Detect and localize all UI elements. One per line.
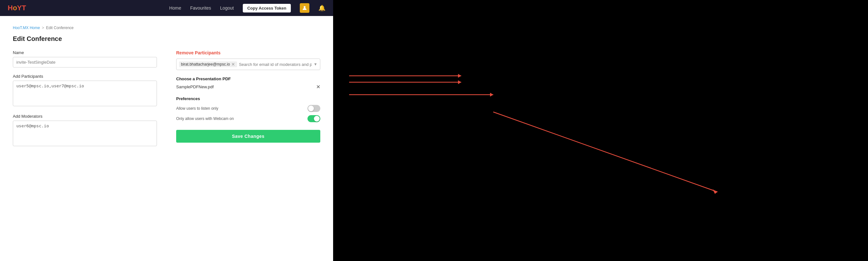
name-field-group: Name: [13, 50, 157, 68]
preferences-title: Preferences: [176, 96, 320, 101]
breadcrumb-home-link[interactable]: HooT.MX Home: [13, 26, 40, 30]
copy-access-token-button[interactable]: Copy Access Token: [243, 4, 291, 12]
save-changes-button[interactable]: Save Changes: [176, 130, 320, 143]
remove-participants-input-wrapper[interactable]: birat.bhattacharjee@mpsc.io ✕ ▼: [176, 59, 320, 70]
breadcrumb: HooT.MX Home > Edit Conference: [13, 26, 320, 30]
notification-bell-icon[interactable]: 🔔: [318, 4, 326, 11]
participant-tag-label: birat.bhattacharjee@mpsc.io: [181, 62, 230, 67]
nav-logout[interactable]: Logout: [220, 5, 234, 10]
svg-line-7: [493, 112, 717, 192]
page-title: Edit Conference: [13, 35, 320, 42]
breadcrumb-current: Edit Conference: [46, 26, 74, 30]
svg-marker-6: [490, 93, 493, 97]
nav-links: Home Favourites Logout Copy Access Token…: [169, 3, 326, 13]
add-participants-field-group: Add Participants user5@mpsc.io,user7@mps…: [13, 74, 157, 108]
logo: HoYT: [8, 4, 26, 12]
name-input[interactable]: [13, 57, 157, 68]
name-label: Name: [13, 50, 157, 55]
add-moderators-field-group: Add Moderators user6@mpsc.io: [13, 114, 157, 147]
breadcrumb-separator: >: [42, 26, 44, 30]
nav-home[interactable]: Home: [169, 5, 181, 10]
pdf-section-title: Choose a Presentation PDF: [176, 76, 320, 81]
listen-only-label: Allow users to listen only: [176, 106, 218, 111]
black-panel: [333, 0, 868, 261]
remove-participants-search[interactable]: [239, 62, 312, 67]
pdf-remove-icon[interactable]: ✕: [316, 84, 320, 90]
add-participants-textarea[interactable]: user5@mpsc.io,user7@mpsc.io: [13, 81, 157, 106]
pdf-filename: SamplePDFNew.pdf: [176, 84, 214, 89]
add-participants-label: Add Participants: [13, 74, 157, 79]
listen-only-row: Allow users to listen only: [176, 105, 320, 112]
nav-favourites[interactable]: Favourites: [190, 5, 211, 10]
svg-marker-8: [713, 189, 717, 194]
webcam-row: Only allow users with Webcam on: [176, 115, 320, 122]
svg-point-0: [304, 6, 306, 8]
participant-tag-close[interactable]: ✕: [231, 62, 235, 67]
webcam-label: Only allow users with Webcam on: [176, 116, 234, 121]
participant-tag: birat.bhattacharjee@mpsc.io ✕: [179, 62, 237, 67]
add-moderators-label: Add Moderators: [13, 114, 157, 119]
user-avatar-icon[interactable]: [300, 3, 309, 13]
remove-participants-title: Remove Participants: [176, 50, 320, 55]
listen-only-toggle[interactable]: [308, 105, 320, 112]
dropdown-arrow-icon[interactable]: ▼: [314, 62, 317, 67]
remove-participants-group: Remove Participants birat.bhattacharjee@…: [176, 50, 320, 70]
preferences-section: Preferences Allow users to listen only O…: [176, 96, 320, 122]
svg-marker-2: [458, 74, 461, 78]
pdf-section: Choose a Presentation PDF SamplePDFNew.p…: [176, 76, 320, 90]
add-moderators-textarea[interactable]: user6@mpsc.io: [13, 121, 157, 146]
svg-marker-4: [458, 80, 461, 84]
webcam-toggle[interactable]: [308, 115, 320, 122]
pdf-file-row: SamplePDFNew.pdf ✕: [176, 84, 320, 90]
